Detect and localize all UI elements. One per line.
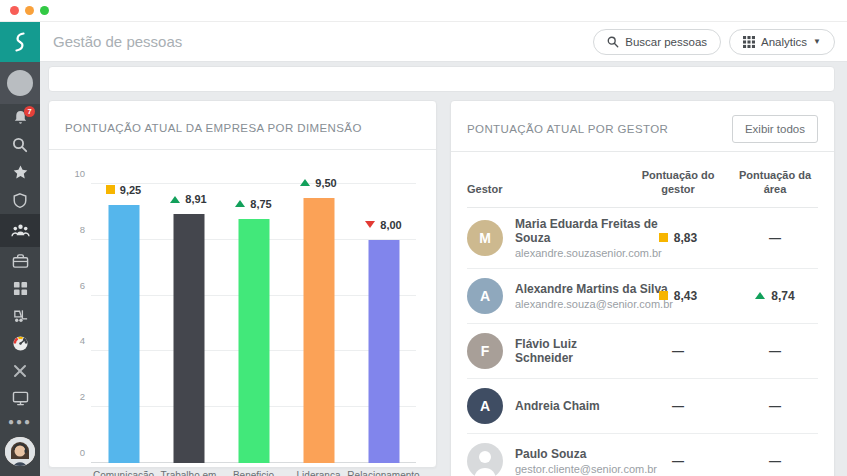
- bar-liderança[interactable]: [303, 198, 334, 463]
- search-icon: [607, 36, 619, 48]
- titlebar: [0, 0, 847, 22]
- sidebar-item-dashboard[interactable]: [0, 330, 40, 358]
- table-row[interactable]: A Alexandre Martins da Silva alexandre.s…: [467, 269, 818, 324]
- gestor-name: Andreia Chaim: [515, 399, 600, 413]
- analytics-button[interactable]: Analytics ▼: [729, 29, 835, 55]
- bar-value-label: 9,50: [276, 177, 361, 189]
- grid-menu-icon: [743, 36, 755, 48]
- bar-comunicação[interactable]: [108, 205, 139, 463]
- avatar: F: [467, 333, 503, 369]
- sidebar-item-briefcase[interactable]: [0, 247, 40, 275]
- column-header-pontuacao-gestor: Pontuação do gestor: [624, 168, 732, 197]
- gestor-score: 8,43: [674, 289, 697, 303]
- notification-badge: 7: [24, 106, 35, 117]
- y-axis-tick: 10: [65, 168, 85, 179]
- sidebar-item-monitor[interactable]: [0, 385, 40, 413]
- bars-area: 9,25Comunicação8,91Trabalho em Equipe8,7…: [91, 184, 416, 463]
- bar-value: 9,50: [315, 177, 336, 189]
- sidebar-item-favorites[interactable]: [0, 159, 40, 187]
- main-content: PONTUAÇÃO ATUAL DA EMPRESA POR DIMENSÃO …: [40, 62, 847, 476]
- y-axis-tick: 4: [65, 335, 85, 346]
- bar-value: 8,75: [250, 198, 271, 210]
- y-axis-tick: 8: [65, 224, 85, 235]
- divider: [49, 149, 436, 150]
- exibir-todos-button[interactable]: Exibir todos: [732, 115, 818, 143]
- bar-beneficio[interactable]: [238, 219, 269, 463]
- gestor-card: PONTUAÇÃO ATUAL POR GESTOR Exibir todos …: [450, 100, 835, 476]
- sidebar-item-notifications[interactable]: 7: [0, 104, 40, 132]
- chart-plot: 02468109,25Comunicação8,91Trabalho em Eq…: [91, 184, 416, 463]
- y-axis-tick: 2: [65, 391, 85, 402]
- gestor-card-title: PONTUAÇÃO ATUAL POR GESTOR: [467, 123, 668, 135]
- area-score: —: [769, 399, 781, 413]
- table-row[interactable]: Paulo Souza gestor.cliente@senior.com.br…: [467, 434, 818, 476]
- y-axis-tick: 0: [65, 447, 85, 458]
- yellow-square-marker-icon: [106, 185, 115, 194]
- sidebar-item-logistics[interactable]: [0, 302, 40, 330]
- sidebar-item-close[interactable]: [0, 357, 40, 385]
- bar-relacionamento[interactable]: [368, 240, 399, 463]
- zoom-window-button[interactable]: [40, 6, 49, 15]
- sidebar: 7: [0, 62, 40, 476]
- column-header-gestor: Gestor: [467, 182, 624, 196]
- sidebar-item-search[interactable]: [0, 132, 40, 160]
- support-agent-icon: [5, 437, 35, 466]
- grid-icon: [13, 281, 28, 296]
- x-icon: [13, 364, 27, 378]
- bar-value-label: 8,00: [341, 219, 426, 231]
- forklift-icon: [12, 308, 29, 324]
- senior-logo-icon: [7, 29, 33, 55]
- senior-logo[interactable]: [0, 22, 40, 62]
- chevron-down-icon: ▼: [813, 37, 821, 46]
- up-green-marker-icon: [170, 196, 180, 203]
- analytics-label: Analytics: [761, 36, 807, 48]
- area-score: —: [769, 454, 781, 468]
- minimize-window-button[interactable]: [25, 6, 34, 15]
- chart-card-title: PONTUAÇÃO ATUAL DA EMPRESA POR DIMENSÃO: [65, 122, 362, 134]
- area-marker-icon: [755, 292, 765, 299]
- bar-value: 9,25: [120, 184, 141, 196]
- sidebar-item-people-management[interactable]: [0, 214, 40, 246]
- people-group-icon: [11, 222, 30, 239]
- collapsed-card: [48, 66, 835, 92]
- bar-slot: 9,25Comunicação: [91, 184, 156, 463]
- avatar: A: [467, 278, 503, 314]
- area-score: —: [769, 344, 781, 358]
- bar-slot: 8,91Trabalho em Equipe: [156, 184, 221, 463]
- close-window-button[interactable]: [10, 6, 19, 15]
- table-row[interactable]: M Maria Eduarda Freitas de Souza alexand…: [467, 208, 818, 269]
- table-row[interactable]: A Andreia Chaim — —: [467, 379, 818, 434]
- gestor-score: —: [672, 399, 684, 413]
- gestor-table-body: M Maria Eduarda Freitas de Souza alexand…: [467, 208, 818, 476]
- score-marker-icon: [659, 291, 668, 300]
- area-score: —: [769, 231, 781, 245]
- sidebar-item-apps[interactable]: [0, 274, 40, 302]
- bar-trabalho-em-equipe[interactable]: [173, 214, 204, 463]
- briefcase-icon: [12, 253, 29, 269]
- gestor-score: 8,83: [674, 231, 697, 245]
- buscar-pessoas-label: Buscar pessoas: [625, 36, 707, 48]
- bar-slot: 8,00Relacionamento: [351, 184, 416, 463]
- y-axis-tick: 6: [65, 280, 85, 291]
- avatar: M: [467, 220, 503, 256]
- support-avatar[interactable]: [5, 437, 35, 466]
- gestor-score: —: [672, 454, 684, 468]
- app-window: Gestão de pessoas Buscar pessoas Analyt: [0, 0, 847, 476]
- avatar: A: [467, 388, 503, 424]
- shield-icon: [12, 192, 28, 209]
- score-marker-icon: [659, 233, 668, 242]
- person-silhouette-icon: [467, 443, 503, 476]
- page-title: Gestão de pessoas: [53, 33, 593, 50]
- sidebar-item-security[interactable]: [0, 187, 40, 215]
- bar-value-label: 8,75: [211, 198, 296, 210]
- user-avatar-placeholder-icon: [7, 70, 33, 96]
- sidebar-item-profile[interactable]: [0, 62, 40, 104]
- buscar-pessoas-button[interactable]: Buscar pessoas: [593, 29, 721, 55]
- gauge-icon: [12, 335, 29, 352]
- more-options-icon[interactable]: ●●●: [8, 412, 32, 431]
- search-icon: [12, 137, 28, 153]
- table-row[interactable]: F Flávio Luiz Schneider — —: [467, 324, 818, 379]
- gestor-name: Flávio Luiz Schneider: [515, 337, 624, 365]
- bar-value: 8,91: [185, 193, 206, 205]
- x-axis-label: Relacionamento: [339, 470, 428, 476]
